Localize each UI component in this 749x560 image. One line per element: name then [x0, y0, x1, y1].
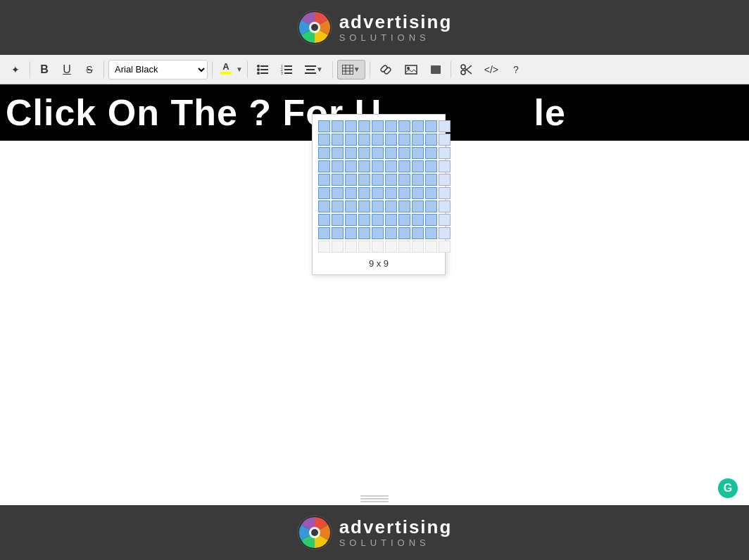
grid-cell[interactable]	[412, 227, 424, 239]
grid-cell[interactable]	[332, 241, 344, 253]
grid-cell[interactable]	[318, 134, 330, 146]
grid-cell[interactable]	[372, 201, 384, 212]
grid-cell[interactable]	[385, 147, 397, 159]
grid-cell[interactable]	[412, 187, 424, 199]
grid-cell[interactable]	[372, 174, 384, 186]
color-arrow-icon[interactable]: ▼	[236, 65, 243, 73]
grid-cell[interactable]	[372, 120, 384, 132]
grid-cell[interactable]	[412, 241, 424, 253]
grid-cell[interactable]	[412, 120, 424, 132]
font-color-dropdown[interactable]: A ▼	[217, 60, 243, 79]
grid-cell[interactable]	[318, 160, 330, 172]
grid-cell[interactable]	[372, 241, 384, 253]
grid-cell[interactable]	[439, 174, 451, 186]
grid-cell[interactable]	[412, 160, 424, 172]
grid-cell[interactable]	[425, 201, 437, 212]
grid-cell[interactable]	[439, 160, 451, 172]
grid-cell[interactable]	[425, 134, 437, 146]
grid-cell[interactable]	[345, 241, 357, 253]
grid-cell[interactable]	[372, 160, 384, 172]
grid-cell[interactable]	[398, 147, 410, 159]
image-button[interactable]	[400, 60, 422, 79]
grid-cell[interactable]	[345, 160, 357, 172]
grid-cell[interactable]	[439, 214, 451, 226]
grid-cell[interactable]	[332, 187, 344, 199]
grid-cell[interactable]	[345, 227, 357, 239]
grid-cell[interactable]	[372, 227, 384, 239]
grid-cell[interactable]	[425, 241, 437, 253]
grid-cell[interactable]	[332, 201, 344, 212]
grid-cell[interactable]	[345, 120, 357, 132]
grid-cell[interactable]	[318, 241, 330, 253]
grid-cell[interactable]	[332, 120, 344, 132]
content-area[interactable]: Click On The ? For U le 9 x 9	[0, 84, 749, 436]
media-button[interactable]	[425, 60, 446, 79]
grid-cell[interactable]	[398, 160, 410, 172]
grid-cell[interactable]	[372, 187, 384, 199]
grid-cell[interactable]	[439, 134, 451, 146]
table-picker-popup[interactable]: 9 x 9	[312, 114, 446, 275]
grid-cell[interactable]	[398, 174, 410, 186]
help-button[interactable]: ?	[506, 60, 526, 79]
align-button[interactable]: ▼	[300, 60, 328, 79]
grid-cell[interactable]	[318, 201, 330, 212]
grid-cell[interactable]	[358, 120, 370, 132]
grid-cell[interactable]	[425, 187, 437, 199]
grid-cell[interactable]	[345, 174, 357, 186]
table-grid[interactable]	[318, 120, 439, 253]
grid-cell[interactable]	[398, 187, 410, 199]
grid-cell[interactable]	[318, 174, 330, 186]
grid-cell[interactable]	[358, 187, 370, 199]
grid-cell[interactable]	[425, 227, 437, 239]
grid-cell[interactable]	[385, 241, 397, 253]
grid-cell[interactable]	[345, 187, 357, 199]
grid-cell[interactable]	[372, 147, 384, 159]
grid-cell[interactable]	[385, 227, 397, 239]
grid-cell[interactable]	[332, 134, 344, 146]
strikethrough-button[interactable]: S	[80, 60, 99, 79]
grid-cell[interactable]	[412, 214, 424, 226]
grid-cell[interactable]	[425, 214, 437, 226]
grid-cell[interactable]	[358, 134, 370, 146]
font-color-button[interactable]: A	[217, 60, 235, 79]
underline-button[interactable]: U	[57, 60, 77, 79]
grid-cell[interactable]	[385, 174, 397, 186]
grid-cell[interactable]	[358, 201, 370, 212]
grid-cell[interactable]	[425, 120, 437, 132]
grid-cell[interactable]	[372, 134, 384, 146]
grid-cell[interactable]	[398, 201, 410, 212]
font-family-select[interactable]: Arial Black Arial Times New Roman Georgi…	[108, 60, 208, 79]
grid-cell[interactable]	[332, 214, 344, 226]
magic-button[interactable]: ✦	[6, 60, 25, 79]
grid-cell[interactable]	[345, 214, 357, 226]
grid-cell[interactable]	[412, 134, 424, 146]
grid-cell[interactable]	[332, 160, 344, 172]
grid-cell[interactable]	[425, 160, 437, 172]
grid-cell[interactable]	[385, 134, 397, 146]
ordered-list-button[interactable]: 1 2 3	[276, 60, 297, 79]
grid-cell[interactable]	[318, 147, 330, 159]
grid-cell[interactable]	[425, 174, 437, 186]
grid-cell[interactable]	[385, 201, 397, 212]
grid-cell[interactable]	[385, 120, 397, 132]
grid-cell[interactable]	[332, 227, 344, 239]
grid-cell[interactable]	[345, 201, 357, 212]
grid-cell[interactable]	[318, 187, 330, 199]
grid-cell[interactable]	[358, 227, 370, 239]
grid-cell[interactable]	[398, 214, 410, 226]
grid-cell[interactable]	[358, 147, 370, 159]
grid-cell[interactable]	[398, 134, 410, 146]
grid-cell[interactable]	[412, 201, 424, 212]
scissors-button[interactable]	[455, 60, 477, 79]
grid-cell[interactable]	[332, 147, 344, 159]
grid-cell[interactable]	[345, 134, 357, 146]
grid-cell[interactable]	[398, 227, 410, 239]
grid-cell[interactable]	[439, 120, 451, 132]
grid-cell[interactable]	[358, 214, 370, 226]
grid-cell[interactable]	[372, 214, 384, 226]
grid-cell[interactable]	[358, 174, 370, 186]
grid-cell[interactable]	[439, 187, 451, 199]
grid-cell[interactable]	[358, 241, 370, 253]
grid-cell[interactable]	[412, 147, 424, 159]
grid-cell[interactable]	[412, 174, 424, 186]
